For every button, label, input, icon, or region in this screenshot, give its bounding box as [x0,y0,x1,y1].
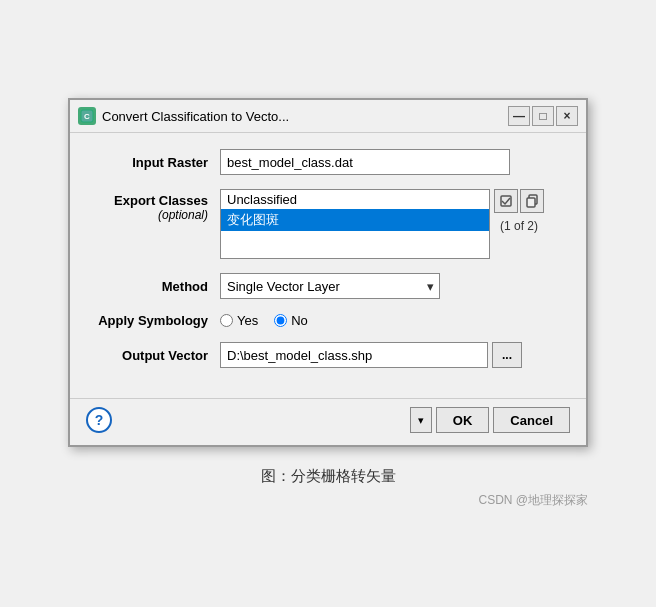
output-vector-row: Output Vector ... [90,342,566,368]
method-row: Method Single Vector Layer Separate Vect… [90,273,566,299]
dialog-content: Input Raster Export Classes (optional) U… [70,133,586,392]
export-classes-label: Export Classes (optional) [90,189,220,222]
export-classes-row: Export Classes (optional) Unclassified 变… [90,189,566,259]
radio-yes[interactable] [220,314,233,327]
title-bar: C Convert Classification to Vecto... — □… [70,100,586,133]
output-row: ... [220,342,522,368]
dialog-icon: C [78,107,96,125]
method-select[interactable]: Single Vector Layer Separate Vector Laye… [220,273,440,299]
method-label: Method [90,279,220,294]
svg-text:C: C [84,112,90,121]
output-vector-label: Output Vector [90,348,220,363]
radio-yes-label[interactable]: Yes [220,313,258,328]
export-classes-listbox[interactable]: Unclassified 变化图斑 [220,189,490,259]
output-vector-field[interactable] [220,342,488,368]
browse-button[interactable]: ... [492,342,522,368]
radio-yes-text: Yes [237,313,258,328]
radio-no-label[interactable]: No [274,313,308,328]
input-raster-row: Input Raster [90,149,566,175]
listbox-check-button[interactable] [494,189,518,213]
close-button[interactable]: × [556,106,578,126]
listbox-count: (1 of 2) [500,215,538,233]
ok-dropdown-button[interactable]: ▾ [410,407,432,433]
caption: 图：分类栅格转矢量 [261,467,396,486]
listbox-right-controls: (1 of 2) [494,189,544,233]
list-item[interactable]: 变化图斑 [221,209,489,231]
maximize-button[interactable]: □ [532,106,554,126]
input-raster-field[interactable] [220,149,510,175]
dialog-title: Convert Classification to Vecto... [102,109,502,124]
apply-symbology-row: Apply Symbology Yes No [90,313,566,328]
listbox-copy-button[interactable] [520,189,544,213]
apply-symbology-label: Apply Symbology [90,313,220,328]
help-button[interactable]: ? [86,407,112,433]
dialog-window: C Convert Classification to Vecto... — □… [68,98,588,447]
dialog-footer: ? ▾ OK Cancel [70,398,586,445]
source-label: CSDN @地理探探家 [68,492,588,509]
minimize-button[interactable]: — [508,106,530,126]
cancel-button[interactable]: Cancel [493,407,570,433]
export-classes-container: Unclassified 变化图斑 [220,189,544,259]
ok-button[interactable]: OK [436,407,490,433]
method-select-wrapper: Single Vector Layer Separate Vector Laye… [220,273,440,299]
footer-buttons: ▾ OK Cancel [410,407,570,433]
radio-no[interactable] [274,314,287,327]
input-raster-label: Input Raster [90,155,220,170]
window-controls: — □ × [508,106,578,126]
svg-rect-4 [527,198,535,207]
list-item[interactable]: Unclassified [221,190,489,209]
radio-no-text: No [291,313,308,328]
radio-group: Yes No [220,313,308,328]
